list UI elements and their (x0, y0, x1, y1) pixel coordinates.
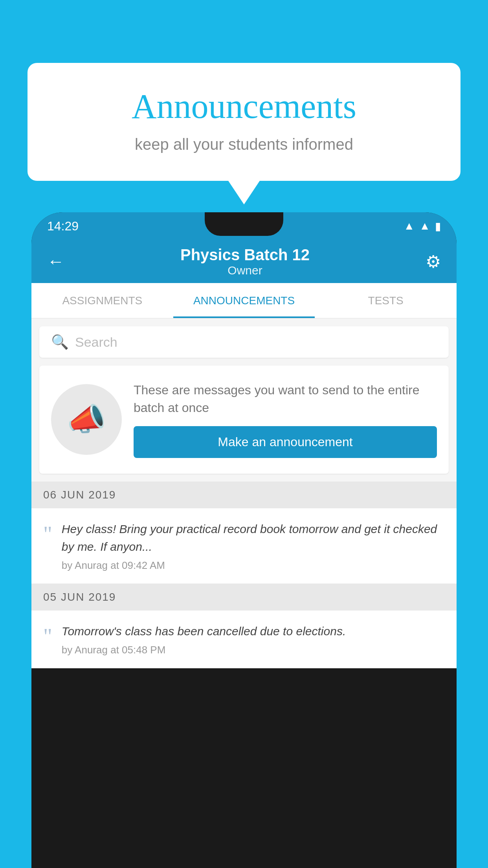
tab-assignments[interactable]: ASSIGNMENTS (31, 283, 173, 318)
announcement-meta-2: by Anurag at 05:48 PM (62, 644, 445, 656)
announcement-description: These are messages you want to send to t… (134, 381, 437, 417)
date-section-1: 06 JUN 2019 (31, 482, 457, 508)
battery-icon: ▮ (435, 220, 441, 233)
announcement-prompt-card: 📣 These are messages you want to send to… (39, 366, 449, 474)
back-button[interactable]: ← (43, 248, 68, 275)
megaphone-icon: 📣 (67, 401, 106, 438)
make-announcement-button[interactable]: Make an announcement (134, 426, 437, 458)
bubble-title: Announcements (59, 86, 429, 126)
phone-frame: 14:29 ▲ ▲ ▮ ← Physics Batch 12 Owner ⚙ A… (31, 212, 457, 868)
tab-announcements[interactable]: ANNOUNCEMENTS (173, 283, 315, 318)
screen-content: 🔍 Search 📣 These are messages you want t… (31, 318, 457, 668)
status-bar: 14:29 ▲ ▲ ▮ (31, 212, 457, 240)
quote-icon-2: " (43, 625, 52, 647)
status-time: 14:29 (47, 219, 79, 234)
tab-tests[interactable]: TESTS (315, 283, 457, 318)
bubble-arrow (228, 181, 260, 204)
announcement-content-1: Hey class! Bring your practical record b… (62, 520, 445, 572)
wifi-icon: ▲ (404, 220, 415, 232)
announcement-prompt-right: These are messages you want to send to t… (134, 381, 437, 458)
speech-bubble-section: Announcements keep all your students inf… (28, 63, 460, 204)
bubble-subtitle: keep all your students informed (59, 136, 429, 153)
announcement-text-1: Hey class! Bring your practical record b… (62, 520, 445, 555)
app-bar-title: Physics Batch 12 (68, 246, 422, 264)
status-icons: ▲ ▲ ▮ (404, 220, 441, 233)
settings-icon[interactable]: ⚙ (422, 248, 445, 276)
search-placeholder: Search (75, 335, 117, 350)
phone-notch (205, 212, 283, 236)
search-icon: 🔍 (51, 334, 69, 350)
signal-icon: ▲ (419, 220, 430, 232)
date-section-2: 05 JUN 2019 (31, 584, 457, 611)
app-bar-title-container: Physics Batch 12 Owner (68, 246, 422, 277)
announcement-item-2: " Tomorrow's class has been cancelled du… (31, 611, 457, 668)
speech-bubble: Announcements keep all your students inf… (28, 63, 460, 181)
quote-icon-1: " (43, 523, 52, 545)
announcement-icon-circle: 📣 (51, 384, 122, 455)
app-bar: ← Physics Batch 12 Owner ⚙ (31, 240, 457, 283)
announcement-text-2: Tomorrow's class has been cancelled due … (62, 622, 445, 640)
search-bar[interactable]: 🔍 Search (39, 326, 449, 358)
tab-bar: ASSIGNMENTS ANNOUNCEMENTS TESTS (31, 283, 457, 318)
app-bar-subtitle: Owner (68, 264, 422, 277)
announcement-content-2: Tomorrow's class has been cancelled due … (62, 622, 445, 656)
announcement-meta-1: by Anurag at 09:42 AM (62, 559, 445, 572)
announcement-item-1: " Hey class! Bring your practical record… (31, 508, 457, 584)
